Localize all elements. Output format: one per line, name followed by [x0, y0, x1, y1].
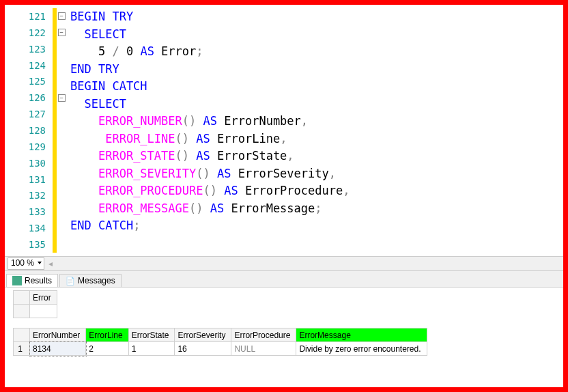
gutter-row: 135 — [5, 236, 66, 253]
change-bar — [53, 236, 57, 253]
gutter-row: 130 — [5, 155, 66, 171]
line-number: 124 — [5, 60, 53, 71]
result-grid[interactable]: ErrorNumberErrorLineErrorStateErrorSever… — [13, 328, 555, 356]
line-number: 131 — [5, 174, 53, 185]
change-bar — [53, 155, 57, 171]
line-number: 125 — [5, 76, 53, 87]
column-header[interactable]: Error — [30, 291, 57, 305]
gutter-row: 131 — [5, 171, 66, 188]
cell[interactable]: 2 — [86, 342, 128, 356]
gutter-row: 127 — [5, 106, 66, 122]
gutter-row: 121− — [5, 8, 66, 25]
change-bar — [53, 57, 57, 74]
code-line[interactable]: ERROR_NUMBER() AS ErrorNumber, — [70, 113, 563, 130]
fold-toggle-icon[interactable]: − — [58, 12, 66, 20]
line-number: 135 — [5, 239, 53, 250]
row-number: 1 — [14, 342, 30, 356]
change-bar — [53, 204, 57, 220]
chevron-down-icon — [38, 262, 42, 264]
column-header[interactable]: ErrorNumber — [30, 328, 86, 342]
code-line[interactable]: 5 / 0 AS Error; — [70, 43, 563, 61]
code-line[interactable]: SELECT — [70, 26, 563, 44]
fold-column: − — [57, 94, 66, 102]
change-bar — [53, 220, 57, 236]
line-number: 126 — [5, 92, 53, 103]
gutter-row: 122− — [5, 25, 66, 41]
code-line[interactable]: ERROR_STATE() AS ErrorState, — [70, 148, 563, 165]
line-number: 134 — [5, 223, 53, 234]
code-editor[interactable]: 121−122−123124125126−1271281291301311321… — [5, 5, 563, 256]
gutter-row: 132 — [5, 187, 66, 204]
gutter-row: 133 — [5, 204, 66, 220]
line-number: 130 — [5, 158, 53, 169]
table-row[interactable]: 181342116NULLDivide by zero error encoun… — [14, 342, 427, 356]
column-header[interactable]: ErrorSeverity — [175, 328, 231, 342]
gutter-row: 123 — [5, 41, 66, 57]
code-line[interactable] — [70, 235, 563, 253]
code-line[interactable] — [70, 252, 563, 256]
fold-toggle-icon[interactable]: − — [58, 29, 66, 36]
column-header[interactable]: ErrorLine — [86, 328, 128, 342]
change-bar — [53, 171, 57, 188]
line-number: 123 — [5, 44, 53, 55]
line-number: 133 — [5, 206, 53, 217]
line-number: 129 — [5, 141, 53, 152]
column-header[interactable]: ErrorState — [128, 328, 175, 342]
tab-results[interactable]: Results — [6, 274, 58, 287]
code-line[interactable]: ERROR_LINE() AS ErrorLine, — [70, 130, 563, 148]
column-header[interactable]: ErrorMessage — [296, 328, 427, 342]
change-bar — [53, 187, 57, 204]
tab-label: Messages — [78, 276, 115, 285]
code-line[interactable]: ERROR_PROCEDURE() AS ErrorProcedure, — [70, 182, 563, 200]
gutter-row: 134 — [5, 220, 66, 236]
zoom-select[interactable]: 100 % — [8, 257, 44, 270]
line-number: 121 — [5, 11, 53, 22]
row-header-blank — [14, 291, 30, 305]
change-bar — [53, 106, 57, 122]
row-header-blank — [14, 328, 30, 342]
gutter-row: 129 — [5, 139, 66, 155]
code-line[interactable]: ERROR_MESSAGE() AS ErrorMessage; — [70, 200, 563, 218]
gutter: 121−122−123124125126−1271281291301311321… — [5, 5, 66, 256]
column-header[interactable]: ErrorProcedure — [231, 328, 296, 342]
scroll-left-icon: ◂ — [48, 259, 53, 268]
code-line[interactable]: END TRY — [70, 61, 563, 79]
gutter-row: 126− — [5, 89, 66, 106]
code-line[interactable]: BEGIN CATCH — [70, 78, 563, 96]
code-line[interactable]: ERROR_SEVERITY() AS ErrorSeverity, — [70, 165, 563, 183]
line-number: 132 — [5, 190, 53, 201]
change-bar — [53, 41, 57, 57]
cell[interactable]: NULL — [231, 342, 296, 356]
messages-icon — [66, 276, 75, 285]
result-grid[interactable]: Error — [13, 290, 555, 318]
zoom-bar: 100 % ◂ — [5, 256, 563, 271]
code-line[interactable]: END CATCH; — [70, 217, 563, 235]
tab-label: Results — [25, 276, 52, 285]
cell[interactable]: 1 — [128, 342, 175, 356]
change-bar — [53, 122, 57, 139]
results-pane[interactable]: Error ErrorNumberErrorLineErrorStateErro… — [5, 288, 563, 368]
change-bar — [53, 139, 57, 155]
fold-toggle-icon[interactable]: − — [58, 94, 66, 102]
zoom-value: 100 % — [11, 258, 34, 268]
code-lines[interactable]: BEGIN TRY SELECT 5 / 0 AS Error;END TRYB… — [66, 5, 563, 256]
cell[interactable]: 16 — [175, 342, 231, 356]
tab-messages[interactable]: Messages — [59, 274, 122, 287]
gutter-row: 128 — [5, 122, 66, 139]
gutter-row: 125 — [5, 73, 66, 89]
gutter-row: 124 — [5, 57, 66, 74]
fold-column: − — [57, 12, 66, 20]
grid-icon — [12, 276, 22, 285]
change-bar — [53, 73, 57, 89]
cell[interactable] — [30, 305, 57, 318]
cell[interactable]: Divide by zero error encountered. — [296, 342, 427, 356]
code-line[interactable]: SELECT — [70, 96, 563, 113]
cell[interactable]: 8134 — [30, 342, 86, 356]
results-tabs: Results Messages — [5, 271, 563, 288]
fold-column: − — [57, 29, 66, 36]
line-number: 122 — [5, 27, 53, 38]
code-line[interactable]: BEGIN TRY — [70, 8, 563, 26]
line-number: 127 — [5, 109, 53, 120]
line-number: 128 — [5, 125, 53, 136]
